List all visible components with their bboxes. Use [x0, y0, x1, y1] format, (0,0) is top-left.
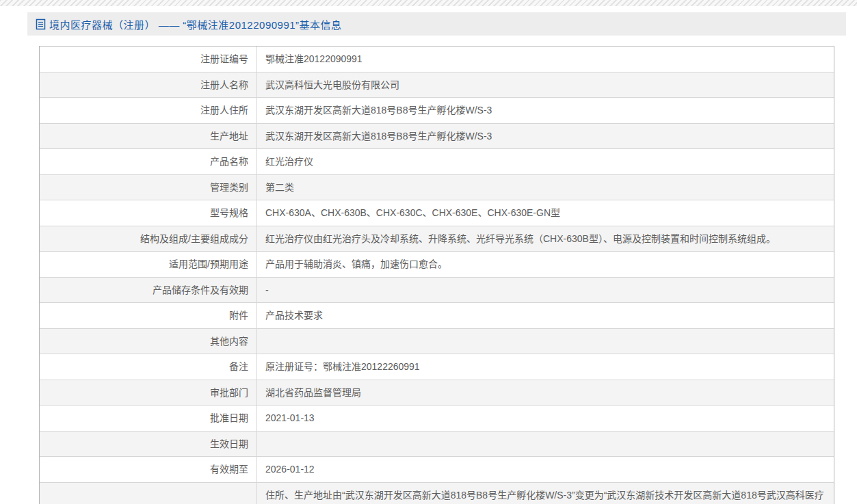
page-container: 境内医疗器械（注册） —— “鄂械注准20122090991”基本信息 注册证编… — [27, 12, 846, 504]
row-label: 型号规格 — [40, 200, 257, 226]
table-row: 结构及组成/主要组成成分 红光治疗仪由红光治疗头及冷却系统、升降系统、光纤导光系… — [40, 226, 834, 252]
table-row: 型号规格 CHX-630A、CHX-630B、CHX-630C、CHX-630E… — [40, 200, 834, 226]
row-value: CHX-630A、CHX-630B、CHX-630C、CHX-630E、CHX-… — [257, 200, 834, 226]
table-row: 管理类别 第二类 — [40, 175, 834, 201]
top-stripe-decoration — [0, 0, 857, 6]
row-value: 武汉东湖开发区高新大道818号B8号生产孵化楼W/S-3 — [257, 98, 834, 123]
row-label: 有效期至 — [40, 457, 257, 482]
table-row: 有效期至 2026-01-12 — [40, 457, 834, 483]
row-value: 湖北省药品监督管理局 — [257, 380, 834, 406]
table-row: 注册人名称 武汉高科恒大光电股份有限公司 — [40, 72, 834, 98]
row-label: 附件 — [40, 303, 257, 328]
section-header-bar: 境内医疗器械（注册） —— “鄂械注准20122090991”基本信息 — [27, 12, 846, 36]
table-row: 批准日期 2021-01-13 — [40, 406, 834, 432]
table-row: 审批部门 湖北省药品监督管理局 — [40, 380, 834, 406]
row-label: 审批部门 — [40, 380, 257, 406]
row-label: 产品名称 — [40, 149, 257, 174]
row-value — [257, 440, 834, 448]
row-label: 注册人住所 — [40, 98, 257, 123]
row-value: 武汉高科恒大光电股份有限公司 — [257, 72, 834, 98]
row-label: 适用范围/预期用途 — [40, 252, 257, 277]
row-value: 住所、生产地址由“武汉东湖开发区高新大道818号B8号生产孵化楼W/S-3”变更… — [257, 483, 834, 504]
row-label: 产品储存条件及有效期 — [40, 278, 257, 303]
row-value: 鄂械注准20122090991 — [257, 47, 834, 72]
row-value: 产品用于辅助消炎、镇痛，加速伤口愈合。 — [257, 252, 834, 277]
row-value: 红光治疗仪 — [257, 149, 834, 174]
row-value: 原注册证号：鄂械注准20122260991 — [257, 354, 834, 380]
document-icon — [36, 18, 46, 30]
row-label: 生产地址 — [40, 124, 257, 149]
row-value: 武汉东湖开发区高新大道818号B8号生产孵化楼W/S-3 — [257, 124, 834, 149]
page-title: 境内医疗器械（注册） —— “鄂械注准20122090991”基本信息 — [49, 17, 342, 31]
row-value: 红光治疗仪由红光治疗头及冷却系统、升降系统、光纤导光系统（CHX-630B型）、… — [257, 226, 834, 252]
table-row: 其他内容 — [40, 329, 834, 355]
row-value: 产品技术要求 — [257, 303, 834, 328]
table-row: 产品储存条件及有效期 - — [40, 278, 834, 304]
row-value: - — [257, 278, 834, 303]
row-label: 批准日期 — [40, 406, 257, 431]
table-row: 备注 原注册证号：鄂械注准20122260991 — [40, 354, 834, 380]
row-label: 注册人名称 — [40, 72, 257, 98]
table-row: 注册证编号 鄂械注准20122090991 — [40, 47, 834, 72]
row-label: 变更情况 — [40, 483, 257, 504]
table-row: 适用范围/预期用途 产品用于辅助消炎、镇痛，加速伤口愈合。 — [40, 252, 834, 278]
row-label: 注册证编号 — [40, 47, 257, 72]
row-value — [257, 337, 834, 345]
table-row: 变更情况 住所、生产地址由“武汉东湖开发区高新大道818号B8号生产孵化楼W/S… — [40, 483, 834, 504]
row-label: 结构及组成/主要组成成分 — [40, 226, 257, 252]
row-label: 生效日期 — [40, 432, 257, 457]
table-row: 生效日期 — [40, 432, 834, 457]
row-value: 2021-01-13 — [257, 406, 834, 431]
row-label: 管理类别 — [40, 175, 257, 200]
table-row: 注册人住所 武汉东湖开发区高新大道818号B8号生产孵化楼W/S-3 — [40, 98, 834, 124]
row-label: 其他内容 — [40, 329, 257, 354]
row-label: 备注 — [40, 354, 257, 380]
table-row: 附件 产品技术要求 — [40, 303, 834, 329]
table-row: 生产地址 武汉东湖开发区高新大道818号B8号生产孵化楼W/S-3 — [40, 124, 834, 150]
row-value: 2026-01-12 — [257, 457, 834, 482]
row-value: 第二类 — [257, 175, 834, 200]
table-row: 产品名称 红光治疗仪 — [40, 149, 834, 175]
registration-info-table: 注册证编号 鄂械注准20122090991 注册人名称 武汉高科恒大光电股份有限… — [39, 46, 834, 504]
